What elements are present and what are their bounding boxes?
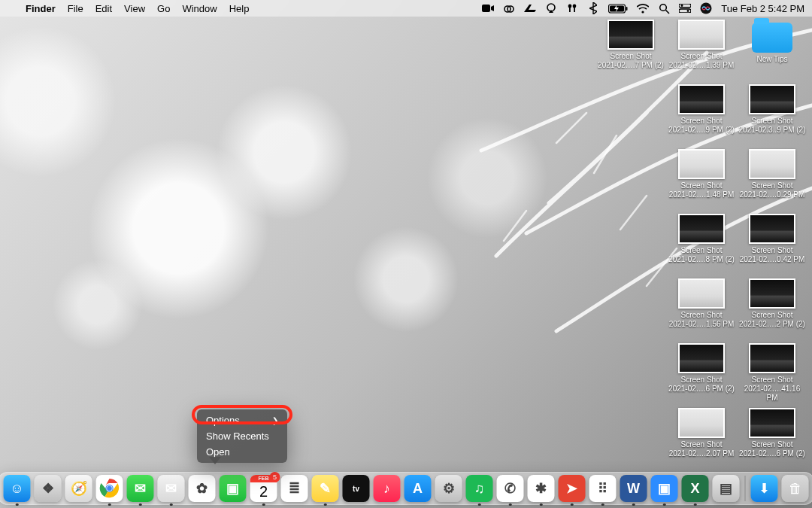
- express-vpn-icon[interactable]: [524, 2, 536, 14]
- screenshot-thumbnail: [678, 278, 725, 309]
- dock-running-indicator: [108, 503, 111, 506]
- screenshot-thumbnail: [749, 343, 795, 373]
- menu-file[interactable]: File: [62, 3, 89, 14]
- dock-app-word[interactable]: W: [620, 475, 647, 502]
- context-menu-options-label: Options: [206, 415, 240, 426]
- desktop-icon-label: Screen Shot2021-02….7 PM (2): [597, 52, 665, 70]
- airpods-icon[interactable]: [566, 2, 578, 14]
- svg-rect-14: [679, 4, 691, 8]
- dock-app-appstore[interactable]: A: [404, 475, 432, 502]
- menu-go[interactable]: Go: [151, 3, 176, 14]
- desktop-screenshot[interactable]: Screen Shot2021-02….1.48 PM: [668, 149, 735, 214]
- menu-edit[interactable]: Edit: [89, 3, 118, 14]
- desktop-screenshot[interactable]: Screen Shot2021-02….6 PM (2): [738, 408, 806, 473]
- menu-window[interactable]: Window: [176, 3, 223, 14]
- dock-running-indicator: [540, 503, 543, 506]
- dock-app-chrome[interactable]: [96, 475, 123, 502]
- battery-charging-icon[interactable]: [608, 2, 628, 14]
- spotlight-search-icon[interactable]: [658, 2, 670, 14]
- dock-running-indicator: [694, 503, 697, 506]
- svg-rect-16: [679, 9, 691, 13]
- dock-app-messenger[interactable]: ✆: [497, 475, 524, 502]
- creative-cloud-icon[interactable]: [503, 2, 515, 14]
- desktop-screenshot[interactable]: Screen Shot2021-02.3..9 PM (2): [738, 84, 806, 149]
- dock-running-indicator: [139, 503, 142, 506]
- control-center-icon[interactable]: [679, 2, 691, 14]
- dock-app-finder[interactable]: ☺: [4, 475, 31, 502]
- dock-running-indicator: [571, 503, 574, 506]
- dock: ☺❖🧭✉✉✿▣ FEB 2 5 ≣✎tv♪A⚙♫✆✱➤⠿W▣X▤⬇🗑: [0, 472, 812, 505]
- dock-running-indicator: [601, 503, 604, 506]
- menu-help[interactable]: Help: [223, 3, 256, 14]
- wifi-icon[interactable]: [637, 2, 649, 14]
- siri-icon[interactable]: [700, 2, 712, 14]
- svg-rect-7: [574, 7, 575, 12]
- desktop-screenshot[interactable]: Screen Shot2021-02….1.56 PM: [668, 278, 735, 343]
- dock-app-reminders[interactable]: ≣: [281, 475, 308, 502]
- svg-point-23: [107, 486, 112, 491]
- dock-app-safari[interactable]: 🧭: [65, 475, 92, 502]
- dock-app-calendar[interactable]: FEB 2 5: [250, 475, 277, 502]
- app-name[interactable]: Finder: [20, 3, 62, 14]
- dock-running-indicator: [262, 503, 265, 506]
- desktop-icon-grid: Screen Shot2021-02….7 PM (2) Screen Shot…: [595, 20, 806, 473]
- dock-trash[interactable]: 🗑: [782, 475, 809, 502]
- context-menu-show-recents-label: Show Recents: [206, 430, 269, 442]
- desktop-screenshot[interactable]: Screen Shot2021-02….0.29 PM: [738, 149, 806, 214]
- desktop-screenshot[interactable]: Screen Shot2021-02….1.39 PM: [668, 20, 735, 84]
- screenshot-thumbnail: [678, 408, 725, 438]
- camera-icon[interactable]: [482, 2, 494, 14]
- desktop-icon-label: New Tips: [738, 55, 806, 64]
- dock-app-facetime[interactable]: ▣: [220, 475, 247, 502]
- folder-icon: [752, 23, 792, 53]
- svg-point-17: [687, 10, 689, 12]
- dock-running-indicator: [632, 503, 635, 506]
- desktop-icon-label: Screen Shot2021-02….2 PM (2): [738, 311, 806, 329]
- dock-app-zoom[interactable]: ▣: [651, 475, 678, 502]
- screenshot-thumbnail: [749, 214, 795, 244]
- desktop-folder[interactable]: New Tips: [738, 20, 806, 84]
- context-menu-caret: [209, 457, 221, 464]
- screenshot-thumbnail: [749, 84, 795, 114]
- dock-app-messages[interactable]: ✉: [127, 475, 154, 502]
- dock-app-todoist[interactable]: ➤: [559, 475, 586, 502]
- desktop-screenshot[interactable]: Screen Shot2021-02….6 PM (2): [668, 343, 735, 408]
- desktop-screenshot[interactable]: Screen Shot2021-02….9 PM (2): [668, 84, 735, 149]
- desktop-icon-label: Screen Shot2021-02….2.07 PM: [668, 440, 735, 458]
- desktop-icon-label: Screen Shot2021-02….6 PM (2): [668, 376, 735, 394]
- dock-app-notes[interactable]: ✎: [312, 475, 339, 502]
- bluetooth-icon[interactable]: [587, 2, 599, 14]
- dock-app-settings[interactable]: ⚙: [435, 475, 462, 502]
- screenshot-thumbnail: [607, 20, 654, 50]
- dock-running-indicator: [478, 503, 481, 506]
- dock-context-menu: Options ❯ Show Recents Open: [197, 409, 287, 463]
- context-menu-show-recents[interactable]: Show Recents: [197, 428, 287, 444]
- desktop-icon-label: Screen Shot2021-02….0.42 PM: [738, 246, 806, 264]
- desktop-screenshot[interactable]: Screen Shot2021-02….2 PM (2): [738, 278, 806, 343]
- menu-view[interactable]: View: [118, 3, 151, 14]
- dock-app-excel[interactable]: X: [682, 475, 709, 502]
- menu-bar-clock[interactable]: Tue Feb 2 5:42 PM: [721, 3, 804, 14]
- svg-line-13: [665, 10, 669, 14]
- airplay-icon[interactable]: [545, 2, 557, 14]
- dock-app-music[interactable]: ♪: [374, 475, 401, 502]
- dock-app-appletv[interactable]: tv: [343, 475, 370, 502]
- dock-app-spotify[interactable]: ♫: [466, 475, 493, 502]
- dock-downloads[interactable]: ⬇: [751, 475, 778, 502]
- desktop-screenshot[interactable]: Screen Shot2021-02….2.07 PM: [668, 408, 735, 473]
- dock-app-preview[interactable]: ▤: [713, 475, 740, 502]
- desktop-icon-label: Screen Shot2021-02….41.16 PM: [738, 376, 806, 403]
- dock-app-launchpad[interactable]: ❖: [35, 475, 62, 502]
- dock-app-mail[interactable]: ✉: [158, 475, 185, 502]
- screenshot-thumbnail: [678, 84, 725, 114]
- screenshot-thumbnail: [749, 149, 795, 179]
- desktop-icon-label: Screen Shot2021-02….0.29 PM: [738, 181, 806, 199]
- desktop-screenshot[interactable]: Screen Shot2021-02….8 PM (2): [668, 214, 735, 278]
- desktop-screenshot[interactable]: Screen Shot2021-02….41.16 PM: [738, 343, 806, 408]
- dock-app-fantastical[interactable]: ⠿: [589, 475, 617, 502]
- desktop-screenshot[interactable]: Screen Shot2021-02….0.42 PM: [738, 214, 806, 278]
- desktop-screenshot[interactable]: Screen Shot2021-02….7 PM (2): [597, 20, 665, 84]
- context-menu-options[interactable]: Options ❯: [197, 412, 287, 428]
- dock-app-photos[interactable]: ✿: [189, 475, 216, 502]
- dock-app-slack[interactable]: ✱: [528, 475, 555, 502]
